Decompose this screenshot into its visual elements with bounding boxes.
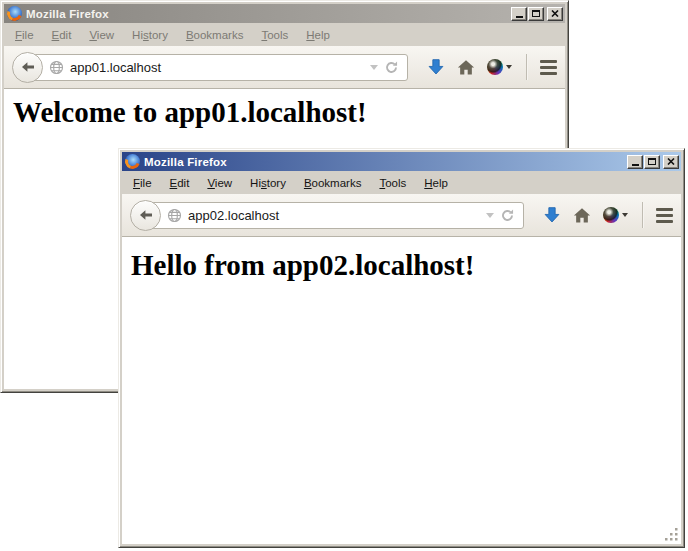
urlbar-dropdown-icon[interactable] [370,65,378,70]
minimize-button[interactable] [627,155,643,169]
color-wheel-icon [603,207,619,223]
resize-grip-icon[interactable] [665,528,679,542]
home-button[interactable] [457,59,475,76]
menu-view[interactable]: View [80,29,123,41]
maximize-button[interactable] [644,155,660,169]
maximize-button[interactable] [528,7,544,21]
open-menu-button[interactable] [540,60,557,75]
globe-icon [49,60,64,75]
titlebar[interactable]: Mozilla Firefox [4,4,565,23]
minimize-icon [516,16,523,18]
menu-help[interactable]: Help [415,177,457,189]
window-title: Mozilla Firefox [26,8,109,20]
caption-buttons [511,7,563,21]
menu-history[interactable]: History [123,29,177,41]
back-arrow-icon [20,59,36,75]
firefox-icon [125,154,140,169]
url-bar[interactable]: app02.localhost [146,202,524,229]
titlebar[interactable]: Mozilla Firefox [122,152,681,171]
menu-history[interactable]: History [241,177,295,189]
menu-tools[interactable]: Tools [252,29,297,41]
home-button[interactable] [573,207,591,224]
menu-help[interactable]: Help [297,29,339,41]
window-title: Mozilla Firefox [144,156,227,168]
url-text[interactable]: app01.localhost [70,60,161,75]
back-button[interactable] [130,200,161,231]
url-bar[interactable]: app01.localhost [28,54,408,81]
menu-bookmarks[interactable]: Bookmarks [177,29,253,41]
page-content: Hello from app02.localhost! [122,237,681,544]
menu-edit[interactable]: Edit [43,29,81,41]
close-icon [667,158,675,165]
close-button[interactable] [663,155,679,169]
downloads-button[interactable] [543,206,561,224]
addon-dropdown-icon [622,213,628,217]
reload-icon[interactable] [384,60,399,75]
menu-file[interactable]: File [124,177,161,189]
back-arrow-icon [138,207,154,223]
toolbar-separator [526,54,528,80]
download-arrow-icon [543,206,561,224]
firefox-window-app02: Mozilla Firefox File Edit View History B… [118,148,685,548]
urlbar-dropdown-icon[interactable] [486,213,494,218]
open-menu-button[interactable] [656,208,673,223]
menu-bar: File Edit View History Bookmarks Tools H… [122,172,681,194]
download-arrow-icon [427,58,445,76]
maximize-icon [532,10,540,17]
menu-bookmarks[interactable]: Bookmarks [295,177,371,189]
toolbar-separator [642,202,644,228]
reload-icon[interactable] [500,208,515,223]
addon-dropdown-icon [506,65,512,69]
close-icon [551,10,559,17]
caption-buttons [627,155,679,169]
addon-button[interactable] [487,59,512,75]
page-heading: Welcome to app01.localhost! [13,96,565,129]
back-button[interactable] [12,52,43,83]
menu-tools[interactable]: Tools [370,177,415,189]
page-heading: Hello from app02.localhost! [131,249,681,282]
addon-button[interactable] [603,207,628,223]
menu-view[interactable]: View [198,177,241,189]
url-text[interactable]: app02.localhost [188,208,279,223]
firefox-icon [7,6,22,21]
minimize-button[interactable] [511,7,527,21]
menu-bar: File Edit View History Bookmarks Tools H… [4,24,565,46]
maximize-icon [648,158,656,165]
nav-toolbar: app02.localhost [122,194,681,237]
globe-icon [167,208,182,223]
menu-edit[interactable]: Edit [161,177,199,189]
home-icon [457,59,475,76]
menu-file[interactable]: File [6,29,43,41]
downloads-button[interactable] [427,58,445,76]
home-icon [573,207,591,224]
nav-toolbar: app01.localhost [4,46,565,89]
color-wheel-icon [487,59,503,75]
close-button[interactable] [547,7,563,21]
minimize-icon [632,164,639,166]
